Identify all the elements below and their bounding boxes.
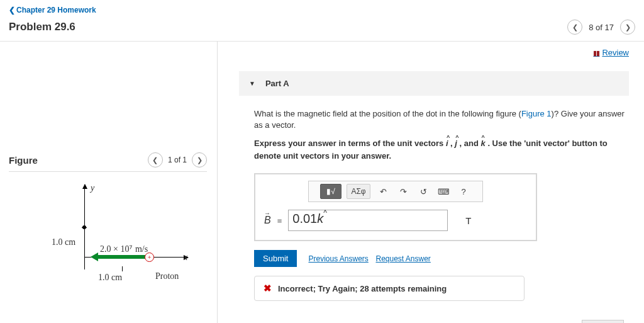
answer-unit: T — [465, 215, 471, 226]
x-axis-label: x — [184, 252, 187, 263]
previous-answers-link[interactable]: Previous Answers — [308, 254, 368, 263]
figure-prev-button[interactable]: ❮ — [148, 152, 163, 167]
collapse-icon: ▼ — [249, 80, 255, 87]
next-problem-button[interactable]: ❯ — [620, 20, 635, 35]
chapter-back-link[interactable]: ❮Chapter 29 Homework — [9, 6, 96, 14]
submit-button[interactable]: Submit — [254, 250, 297, 267]
next-part-button[interactable]: Next ❯ — [582, 320, 624, 323]
chevron-left-icon: ❮ — [9, 6, 15, 14]
figure-pager-count: 1 of 1 — [168, 156, 187, 164]
y-distance-label: 1.0 cm — [52, 237, 75, 247]
velocity-label: 2.0 × 10⁷ m/s — [100, 244, 148, 254]
undo-button[interactable]: ↶ — [375, 184, 391, 198]
equals-sign: = — [277, 216, 282, 225]
part-label: Part A — [265, 79, 289, 88]
incorrect-icon: ✖ — [264, 283, 272, 294]
pager-count: 8 of 17 — [589, 23, 614, 32]
answer-lhs: →B — [264, 215, 271, 226]
vector-tool-button[interactable]: ▮√ — [320, 184, 341, 199]
answer-hint: Express your answer in terms of the unit… — [254, 137, 625, 162]
y-axis-label: y — [91, 183, 94, 193]
feedback-message: Incorrect; Try Again; 28 attempts remain… — [278, 284, 447, 293]
request-answer-link[interactable]: Request Answer — [375, 254, 430, 263]
review-link[interactable]: ▮▮Review — [239, 48, 629, 57]
problem-title: Problem 29.6 — [9, 21, 75, 33]
equation-toolbar: ▮√ ΑΣφ ↶ ↷ ↺ ⌨ ? — [308, 181, 483, 202]
part-header[interactable]: ▼ Part A — [239, 71, 629, 96]
reset-button[interactable]: ↺ — [416, 184, 431, 198]
prev-problem-button[interactable]: ❮ — [567, 20, 582, 35]
problem-pager: ❮ 8 of 17 ❯ — [567, 20, 635, 35]
symbols-tool-button[interactable]: ΑΣφ — [347, 184, 370, 199]
figure-heading: Figure — [9, 155, 38, 166]
figure-ref-link[interactable]: Figure 1 — [521, 109, 552, 118]
help-button[interactable]: ? — [456, 184, 471, 198]
particle-label: Proton — [155, 271, 179, 281]
keyboard-button[interactable]: ⌨ — [436, 184, 451, 198]
figure-diagram: + y x 1.0 cm 1.0 cm 2.0 × 10⁷ m/s Proton — [28, 184, 207, 298]
question-text: What is the magnetic field at the positi… — [254, 108, 625, 131]
figure-next-button[interactable]: ❯ — [192, 152, 207, 167]
review-icon: ▮▮ — [593, 49, 599, 57]
feedback-box: ✖ Incorrect; Try Again; 28 attempts rema… — [254, 276, 525, 301]
answer-input[interactable]: ^ 0.01k — [288, 210, 448, 231]
redo-button[interactable]: ↷ — [396, 184, 411, 198]
answer-box: ▮√ ΑΣφ ↶ ↷ ↺ ⌨ ? →B = ^ 0.01k — [254, 173, 537, 241]
x-distance-label: 1.0 cm — [98, 273, 122, 283]
